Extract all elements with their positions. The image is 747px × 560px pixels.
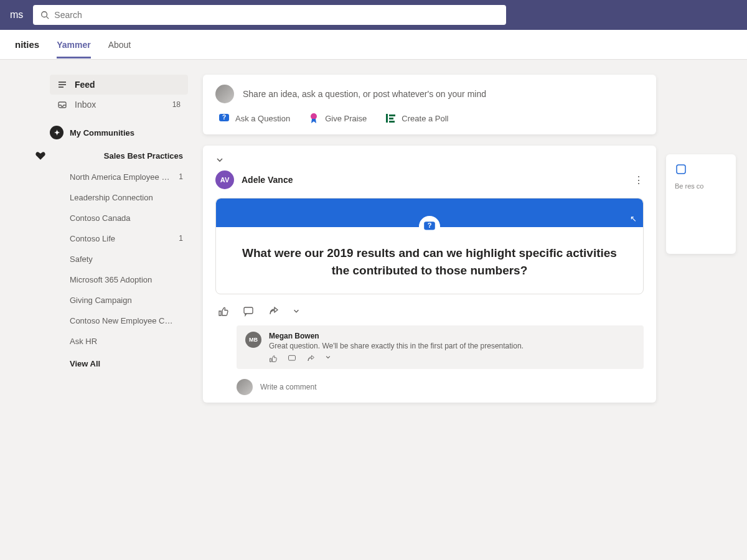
svg-rect-11 — [389, 118, 393, 119]
composer-prompt-row[interactable]: Share an idea, ask a question, or post w… — [215, 85, 644, 103]
svg-rect-3 — [59, 84, 66, 85]
author-avatar: AV — [215, 170, 234, 189]
give-praise-button[interactable]: Give Praise — [308, 112, 367, 124]
poll-icon — [384, 112, 397, 124]
svg-rect-10 — [389, 114, 395, 116]
feed-icon — [57, 80, 67, 90]
info-card: Be res co — [666, 154, 736, 254]
comment-icon[interactable] — [243, 306, 254, 317]
nav-feed[interactable]: Feed — [50, 75, 188, 95]
inbox-icon — [57, 100, 67, 110]
community-item[interactable]: Contoso Canada — [67, 208, 188, 228]
community-list: North America Employee …1 Leadership Con… — [50, 167, 188, 368]
like-icon[interactable] — [269, 354, 278, 363]
question-icon: ? — [218, 112, 230, 124]
app-name: ms — [10, 9, 23, 21]
page-title: nities — [15, 39, 39, 50]
author-name[interactable]: Adele Vance — [242, 175, 293, 185]
reply: MB Megan Bowen Great question. We'll be … — [237, 325, 644, 369]
info-icon — [675, 163, 687, 175]
community-item[interactable]: Contoso New Employee C… — [67, 310, 188, 331]
community-item[interactable]: Ask HR — [67, 331, 188, 352]
reply-author[interactable]: Megan Bowen — [269, 332, 635, 340]
svg-point-0 — [42, 12, 47, 17]
nav-inbox-label: Inbox — [75, 100, 96, 110]
svg-rect-17 — [677, 165, 685, 174]
community-item[interactable]: Leadership Connection — [67, 187, 188, 208]
nav-feed-label: Feed — [75, 80, 95, 90]
search-box[interactable] — [33, 5, 506, 25]
chevron-down-icon[interactable] — [325, 354, 331, 360]
feed-area: Share an idea, ask a question, or post w… — [193, 75, 666, 560]
my-communities-label: My Communities — [70, 128, 134, 138]
composer-actions: ? Ask a Question Give Praise Create a Po… — [215, 112, 644, 124]
community-item[interactable]: Giving Campaign — [67, 290, 188, 310]
svg-rect-16 — [289, 355, 296, 360]
write-comment[interactable] — [215, 375, 644, 395]
top-bar: ms — [0, 0, 747, 30]
like-icon[interactable] — [218, 306, 229, 317]
question-banner: ? ↖ — [216, 198, 643, 227]
composer-prompt: Share an idea, ask a question, or post w… — [243, 89, 486, 99]
community-item[interactable]: Contoso Life1 — [67, 228, 188, 249]
question-text: What were our 2019 results and can we hi… — [216, 227, 643, 294]
info-text: Be res co — [675, 182, 703, 190]
post-actions — [215, 302, 644, 323]
view-all-link[interactable]: View All — [67, 352, 188, 368]
reply-avatar: MB — [245, 332, 261, 348]
self-avatar-small — [237, 379, 253, 395]
inbox-count: 18 — [172, 100, 181, 109]
svg-text:?: ? — [222, 114, 226, 121]
svg-point-8 — [311, 113, 317, 119]
share-icon[interactable] — [306, 354, 315, 363]
reply-text: Great question. We'll be share exactly t… — [269, 342, 635, 350]
cursor-icon: ↖ — [630, 214, 637, 223]
share-icon[interactable] — [268, 306, 279, 317]
question-badge-icon: ? — [419, 216, 440, 237]
current-community-label: Sales Best Practices — [104, 151, 183, 161]
my-communities-header: ✦ My Communities — [50, 114, 188, 144]
praise-icon — [308, 112, 320, 124]
comment-input[interactable] — [260, 383, 644, 391]
nav-inbox[interactable]: Inbox 18 — [50, 95, 188, 114]
sidebar: Feed Inbox 18 ✦ My Communities Sales Bes… — [0, 75, 193, 560]
collapse-icon[interactable] — [215, 156, 224, 164]
community-item[interactable]: Safety — [67, 249, 188, 269]
create-poll-button[interactable]: Create a Poll — [384, 112, 448, 124]
current-community[interactable]: Sales Best Practices — [35, 144, 188, 167]
community-item[interactable]: Microsoft 365 Adoption — [67, 269, 188, 290]
svg-rect-4 — [59, 86, 63, 88]
svg-rect-12 — [389, 121, 395, 123]
composer-card: Share an idea, ask a question, or post w… — [203, 75, 656, 134]
ask-question-button[interactable]: ? Ask a Question — [218, 112, 290, 124]
search-input[interactable] — [54, 10, 499, 20]
community-item[interactable]: North America Employee …1 — [67, 167, 188, 187]
search-icon — [40, 11, 49, 19]
svg-rect-9 — [386, 114, 388, 123]
svg-rect-2 — [59, 82, 66, 83]
right-pane: Be res co — [666, 75, 741, 560]
question-box: ? ↖ What were our 2019 results and can w… — [215, 198, 644, 294]
tab-yammer[interactable]: Yammer — [57, 31, 90, 58]
svg-rect-15 — [244, 307, 253, 314]
workspace: Feed Inbox 18 ✦ My Communities Sales Bes… — [0, 60, 747, 560]
heart-icon — [35, 150, 46, 161]
chevron-down-icon[interactable] — [293, 307, 300, 315]
svg-line-1 — [47, 17, 49, 19]
tab-bar: nities Yammer About — [0, 30, 747, 60]
post-card: AV Adele Vance ⋮ ? ↖ What were our 2019 … — [203, 146, 656, 403]
post-more-icon[interactable]: ⋮ — [634, 174, 644, 186]
communities-icon: ✦ — [50, 126, 63, 139]
svg-text:?: ? — [428, 222, 432, 229]
reply-actions — [269, 354, 635, 363]
tab-about[interactable]: About — [108, 31, 131, 58]
self-avatar — [215, 85, 234, 103]
comment-icon[interactable] — [288, 354, 296, 363]
post-author-row: AV Adele Vance ⋮ — [215, 170, 644, 189]
